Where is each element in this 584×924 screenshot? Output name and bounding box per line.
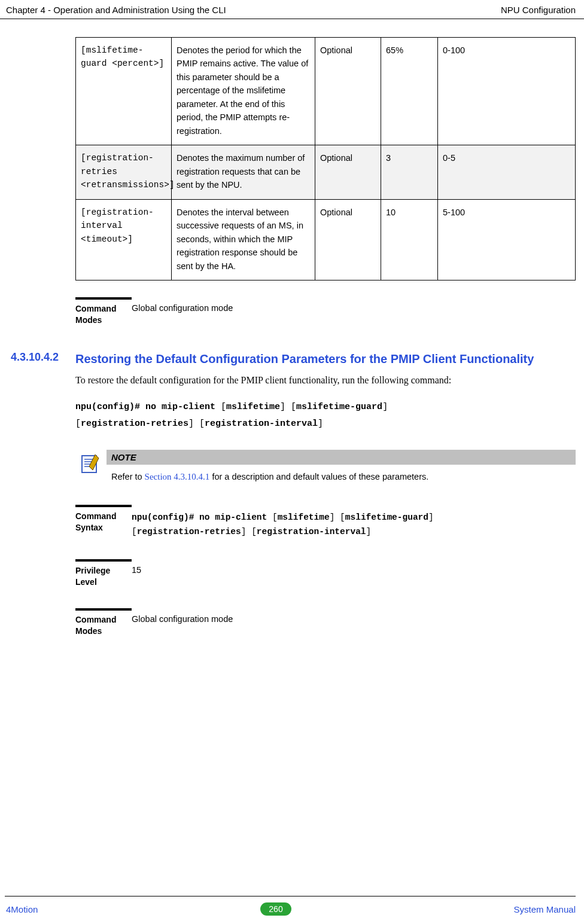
param-presence: Optional <box>315 145 381 199</box>
cmd-text: [ <box>75 419 81 429</box>
param-range: 5-100 <box>438 199 576 280</box>
section-title: Restoring the Default Configuration Para… <box>75 351 576 367</box>
cmd-text: ] [ <box>241 527 257 536</box>
command-modes-label-2: Command Modes <box>75 608 132 637</box>
cmd-text: [ <box>267 513 277 522</box>
cmd-text: npu(config)# no mip-client <box>132 513 267 522</box>
cmd-text: ] <box>318 419 323 429</box>
section-number: 4.3.10.4.2 <box>6 351 75 364</box>
section-body: To restore the default configuration for… <box>75 373 576 388</box>
table-row: [registration-interval <timeout>] Denote… <box>76 199 576 280</box>
note-text-post: for a description and default values of … <box>209 472 428 481</box>
cmd-text: mslifetime-guard <box>296 402 382 412</box>
product-name: 4Motion <box>6 904 38 914</box>
note-link[interactable]: Section 4.3.10.4.1 <box>145 472 210 481</box>
command-modes-row-2: Command Modes Global configuration mode <box>75 608 576 637</box>
command-modes-value-2: Global configuration mode <box>132 608 576 624</box>
param-default: 3 <box>381 145 438 199</box>
parameter-table: [mslifetime-guard <percent>] Denotes the… <box>75 37 576 280</box>
param-desc: Denotes the maximum number of registrati… <box>172 145 315 199</box>
cmd-text: ] [ <box>280 402 296 412</box>
page-footer: 4Motion 260 System Manual <box>0 902 584 916</box>
section-title-header: NPU Configuration <box>501 5 576 15</box>
param-name: [mslifetime-guard <percent>] <box>76 38 172 145</box>
param-range: 0-100 <box>438 38 576 145</box>
note-box: NOTE Refer to Section 4.3.10.4.1 for a d… <box>75 450 576 484</box>
note-header: NOTE <box>107 450 576 465</box>
command-modes-label: Command Modes <box>75 297 132 326</box>
cmd-text: ] [ <box>330 513 345 522</box>
cmd-text: ] [ <box>188 419 205 429</box>
cmd-text: registration-interval <box>257 527 366 536</box>
cmd-text: npu(config)# no mip-client <box>75 402 215 412</box>
param-presence: Optional <box>315 38 381 145</box>
manual-name: System Manual <box>514 904 576 914</box>
command-syntax-row: Command Syntax npu(config)# no mip-clien… <box>75 505 576 539</box>
cmd-text: ] <box>428 513 434 522</box>
cmd-text: [ <box>132 527 137 536</box>
table-row: [registration-retries <retransmissions>]… <box>76 145 576 199</box>
cmd-text: ] <box>366 527 372 536</box>
param-presence: Optional <box>315 199 381 280</box>
cmd-text: registration-interval <box>205 419 318 429</box>
cmd-text: registration-retries <box>137 527 241 536</box>
note-text-pre: Refer to <box>111 472 145 481</box>
param-name: [registration-interval <timeout>] <box>76 199 172 280</box>
param-desc: Denotes the period for which the PMIP re… <box>172 38 315 145</box>
cmd-text: mslifetime-guard <box>345 513 428 522</box>
cmd-text: ] <box>382 402 388 412</box>
page-number: 260 <box>260 902 291 916</box>
privilege-level-label: Privilege Level <box>75 559 132 588</box>
command-syntax-value: npu(config)# no mip-client [mslifetime] … <box>132 505 576 539</box>
command-modes-row: Command Modes Global configuration mode <box>75 297 576 326</box>
command-example: npu(config)# no mip-client [mslifetime] … <box>75 399 576 433</box>
section-heading: 4.3.10.4.2 Restoring the Default Configu… <box>6 351 576 367</box>
cmd-text: mslifetime <box>226 402 280 412</box>
cmd-text: [ <box>215 402 226 412</box>
page-header: Chapter 4 - Operation and Administration… <box>0 0 584 19</box>
command-syntax-label: Command Syntax <box>75 505 132 533</box>
parameter-table-block: [mslifetime-guard <percent>] Denotes the… <box>75 37 576 280</box>
chapter-title: Chapter 4 - Operation and Administration… <box>6 5 226 15</box>
param-name: [registration-retries <retransmissions>] <box>76 145 172 199</box>
param-default: 65% <box>381 38 438 145</box>
command-modes-value: Global configuration mode <box>132 297 576 313</box>
privilege-level-value: 15 <box>132 559 576 575</box>
cmd-text: registration-retries <box>81 419 188 429</box>
note-icon <box>75 450 107 476</box>
table-row: [mslifetime-guard <percent>] Denotes the… <box>76 38 576 145</box>
note-text: Refer to Section 4.3.10.4.1 for a descri… <box>107 465 576 484</box>
param-desc: Denotes the interval between successive … <box>172 199 315 280</box>
param-range: 0-5 <box>438 145 576 199</box>
cmd-text: mslifetime <box>278 513 330 522</box>
footer-divider <box>5 896 576 896</box>
param-default: 10 <box>381 199 438 280</box>
privilege-level-row: Privilege Level 15 <box>75 559 576 588</box>
